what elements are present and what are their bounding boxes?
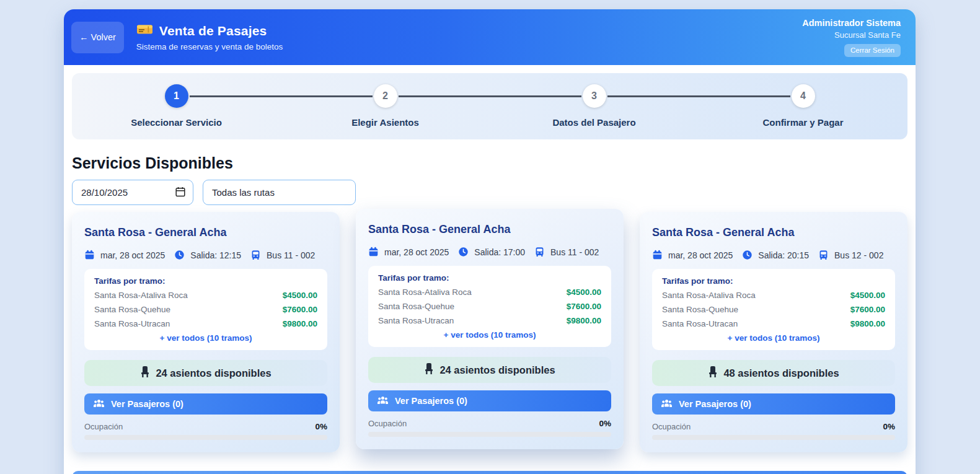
passengers-icon: [93, 399, 105, 410]
main-panel: ← Volver Venta de Pasajes Sistema de res…: [64, 9, 916, 474]
service-departure: Salida: 17:00: [474, 247, 525, 257]
see-all-fares-link[interactable]: + ver todos (10 tramos): [662, 333, 885, 343]
fare-price: $4500.00: [850, 291, 885, 300]
fare-price: $4500.00: [567, 287, 601, 297]
fare-row: Santa Rosa-Ataliva Roca$4500.00: [378, 287, 601, 297]
filters: 28/10/2025 Todas las rutas: [72, 180, 907, 205]
see-all-fares-link[interactable]: + ver todos (10 tramos): [94, 333, 317, 343]
occupancy-row: Ocupación 0%: [652, 422, 895, 431]
user-name: Administrador Sistema: [802, 18, 901, 28]
step-label: Elegir Asientos: [351, 117, 419, 128]
calendar-icon: [84, 250, 95, 260]
service-meta: mar, 28 oct 2025 Salida: 17:00 Bus 11 - …: [368, 247, 611, 257]
seats-label: 24 asientos disponibles: [156, 367, 271, 379]
fare-price: $9800.00: [283, 319, 317, 328]
page-subtitle: Sistema de reservas y venta de boletos: [136, 42, 283, 51]
bus-icon: [534, 247, 545, 257]
logout-button[interactable]: Cerrar Sesión: [844, 44, 901, 57]
service-card[interactable]: Santa Rosa - General Acha mar, 28 oct 20…: [640, 212, 907, 452]
step-number: 3: [583, 84, 606, 108]
service-route: Santa Rosa - General Acha: [652, 226, 895, 239]
fares-panel: Tarifas por tramo: Santa Rosa-Ataliva Ro…: [368, 266, 611, 347]
seats-label: 24 asientos disponibles: [439, 364, 555, 376]
occupancy-label: Ocupación: [368, 419, 407, 428]
stepper-connector: [190, 95, 373, 97]
view-passengers-label: Ver Pasajeros (0): [111, 399, 183, 409]
fares-title: Tarifas por tramo:: [378, 273, 601, 283]
fare-row: Santa Rosa-Quehue$7600.00: [94, 305, 317, 314]
service-date: mar, 28 oct 2025: [100, 250, 165, 260]
clock-icon: [174, 250, 185, 260]
clock-icon: [742, 250, 753, 260]
branch-name: Sucursal Santa Fe: [802, 30, 901, 40]
occupancy-bar: [84, 435, 327, 440]
calendar-icon: [368, 247, 379, 257]
back-button[interactable]: ← Volver: [71, 22, 124, 53]
seats-banner: 24 asientos disponibles: [368, 357, 611, 383]
fare-row: Santa Rosa-Quehue$7600.00: [378, 302, 601, 311]
stepper-connector: [607, 95, 790, 97]
view-passengers-button[interactable]: Ver Pasajeros (0): [368, 390, 611, 411]
see-all-fares-link[interactable]: + ver todos (10 tramos): [378, 330, 601, 340]
step-label: Confirmar y Pagar: [762, 117, 843, 128]
fare-price: $9800.00: [850, 319, 885, 328]
fares-panel: Tarifas por tramo: Santa Rosa-Ataliva Ro…: [652, 269, 895, 350]
fare-rows: Santa Rosa-Ataliva Roca$4500.00Santa Ros…: [378, 287, 601, 325]
occupancy-percentage: 0%: [599, 419, 611, 428]
seats-label: 48 asientos disponibles: [723, 367, 839, 379]
stepper: 1 Seleccionar Servicio 2 Elegir Asientos…: [72, 73, 907, 139]
service-route: Santa Rosa - General Acha: [84, 226, 327, 239]
step-number: 4: [792, 84, 815, 108]
service-meta: mar, 28 oct 2025 Salida: 12:15 Bus 11 - …: [84, 250, 327, 260]
fare-segment: Santa Rosa-Quehue: [378, 302, 454, 311]
service-bus: Bus 11 - 002: [550, 247, 599, 257]
date-filter-input[interactable]: 28/10/2025: [72, 180, 193, 205]
fares-panel: Tarifas por tramo: Santa Rosa-Ataliva Ro…: [84, 269, 327, 350]
fare-segment: Santa Rosa-Utracan: [662, 319, 738, 328]
occupancy-bar: [652, 435, 895, 440]
route-filter-select[interactable]: Todas las rutas: [203, 180, 356, 205]
page-title: Venta de Pasajes: [159, 24, 267, 38]
fare-segment: Santa Rosa-Quehue: [662, 305, 738, 314]
fares-title: Tarifas por tramo:: [662, 276, 885, 286]
stepper-step: 3 Datos del Pasajero: [490, 84, 699, 139]
fare-row: Santa Rosa-Utracan$9800.00: [662, 319, 885, 328]
user-block: Administrador Sistema Sucursal Santa Fe …: [802, 18, 901, 57]
calendar-outline-icon: [175, 187, 185, 199]
view-passengers-button[interactable]: Ver Pasajeros (0): [652, 393, 895, 415]
calendar-icon: [652, 250, 663, 260]
view-passengers-label: Ver Pasajeros (0): [395, 396, 467, 406]
service-cards: Santa Rosa - General Acha mar, 28 oct 20…: [72, 212, 907, 452]
service-bus: Bus 12 - 002: [834, 250, 883, 260]
occupancy-bar: [368, 432, 611, 437]
clock-icon: [458, 247, 469, 257]
fare-row: Santa Rosa-Utracan$9800.00: [94, 319, 317, 328]
seats-banner: 24 asientos disponibles: [84, 360, 327, 386]
occupancy-label: Ocupación: [84, 422, 123, 431]
view-passengers-button[interactable]: Ver Pasajeros (0): [84, 393, 327, 415]
service-bus: Bus 11 - 002: [267, 250, 315, 260]
stepper-connector: [399, 95, 581, 97]
passengers-icon: [661, 399, 673, 410]
fare-price: $7600.00: [850, 305, 885, 314]
seat-icon: [708, 366, 718, 380]
fare-row: Santa Rosa-Quehue$7600.00: [662, 305, 885, 314]
service-departure: Salida: 20:15: [758, 250, 809, 260]
service-route: Santa Rosa - General Acha: [368, 223, 611, 236]
fare-segment: Santa Rosa-Ataliva Roca: [378, 287, 472, 297]
stepper-step: 1 Seleccionar Servicio: [72, 84, 281, 139]
section-title: Servicios Disponibles: [72, 154, 907, 172]
service-date: mar, 28 oct 2025: [668, 250, 733, 260]
next-section-bar: [72, 471, 907, 474]
step-number: 2: [374, 84, 397, 108]
date-filter-value: 28/10/2025: [81, 187, 128, 198]
service-card[interactable]: Santa Rosa - General Acha mar, 28 oct 20…: [356, 209, 624, 449]
service-card[interactable]: Santa Rosa - General Acha mar, 28 oct 20…: [72, 212, 340, 452]
stepper-step: 4 Confirmar y Pagar: [699, 84, 907, 139]
bus-icon: [250, 250, 261, 260]
service-departure: Salida: 12:15: [190, 250, 241, 260]
fare-price: $7600.00: [567, 302, 601, 311]
fare-segment: Santa Rosa-Quehue: [94, 305, 170, 314]
service-meta: mar, 28 oct 2025 Salida: 20:15 Bus 12 - …: [652, 250, 895, 260]
fare-rows: Santa Rosa-Ataliva Roca$4500.00Santa Ros…: [662, 291, 885, 328]
